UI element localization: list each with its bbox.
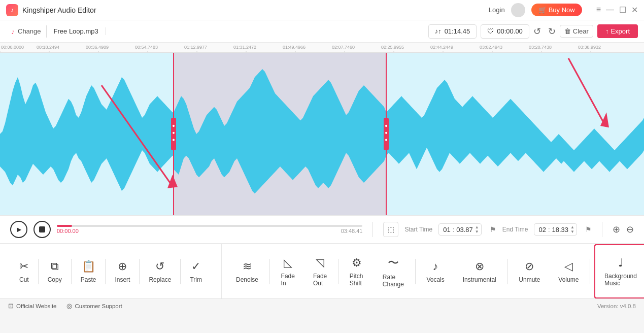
filename-label: Free Loop.mp3: [47, 27, 106, 35]
tick-10: 03:02.4943: [480, 45, 502, 50]
replace-label: Replace: [149, 276, 171, 283]
trim-icon: ✓: [191, 260, 200, 273]
clear-button[interactable]: 🗑 Clear: [560, 25, 593, 38]
end-time-box[interactable]: 02 : 18.33 ▲ ▼: [534, 223, 577, 236]
stop-button[interactable]: [33, 221, 51, 238]
undo-icon[interactable]: ↺: [533, 26, 541, 37]
instrumental-icon: ⊗: [475, 260, 484, 273]
denoise-label: Denoise: [236, 276, 258, 283]
paste-label: Paste: [81, 276, 96, 283]
denoise-effect[interactable]: ≋ Denoise: [227, 244, 267, 298]
close-button[interactable]: ✕: [631, 5, 638, 15]
play-icon: ▶: [17, 226, 21, 233]
duration-value: 01:14.45: [445, 27, 470, 35]
progress-bar[interactable]: 00:00.00 03:48.41: [57, 225, 362, 234]
customer-support-label: Customer Support: [75, 303, 122, 309]
export-button[interactable]: ↑ Export: [597, 24, 638, 38]
background-music-effect[interactable]: ♩ Background Music: [594, 244, 644, 298]
trash-icon: 🗑: [564, 27, 571, 35]
start-minutes: 01: [441, 226, 452, 234]
restore-button[interactable]: ☐: [619, 5, 626, 15]
start-time-stepper[interactable]: ▲ ▼: [475, 225, 479, 234]
unmute-effect[interactable]: ⊘ Unmute: [510, 244, 549, 298]
copy-tool[interactable]: ⧉ Copy: [39, 244, 71, 298]
tools-right-panel: ≋ Denoise ◺ Fade In ◹ Fade Out ⚙ Pitch S…: [222, 244, 644, 298]
titlebar: ♪ Kingshiper Audio Editor Login 🛒 Buy No…: [0, 0, 644, 20]
toolbar-icons: ↺ ↻: [533, 26, 556, 37]
fade-out-effect[interactable]: ◹ Fade Out: [304, 244, 336, 298]
position-value: 00:00.00: [497, 27, 523, 35]
playback-divider: [372, 222, 373, 237]
support-icon: ◎: [66, 302, 72, 310]
replace-tool[interactable]: ↺ Replace: [140, 244, 180, 298]
fade-in-label: Fade In: [281, 273, 295, 287]
statusbar: ⊡ Official Website ◎ Customer Support Ve…: [0, 298, 644, 313]
vocals-effect[interactable]: ♪ Vocals: [417, 244, 453, 298]
paste-tool[interactable]: 📋 Paste: [72, 244, 106, 298]
unmute-icon: ⊘: [525, 260, 534, 273]
copy-icon: ⧉: [51, 260, 59, 273]
official-website-link[interactable]: ⊡ Official Website: [8, 302, 56, 310]
start-time-box[interactable]: 01 : 03.87 ▲ ▼: [438, 223, 482, 236]
buy-now-button[interactable]: 🛒 Buy Now: [531, 4, 582, 16]
duration-display: ♪↑ 01:14.45: [428, 24, 477, 39]
position-display: 🛡 00:00.00: [481, 24, 529, 39]
tick-2: 00:36.4989: [86, 45, 109, 50]
trim-tool[interactable]: ✓ Trim: [181, 244, 211, 298]
cut-tool[interactable]: ✂ Cut: [10, 244, 38, 298]
effect-divider-2: [338, 259, 338, 284]
end-minutes: 02: [536, 226, 548, 234]
end-time-stepper[interactable]: ▲ ▼: [570, 225, 574, 234]
minimize-button[interactable]: —: [606, 5, 614, 15]
pitch-shift-label: Pitch Shift: [350, 273, 364, 287]
redo-icon[interactable]: ↻: [548, 26, 556, 37]
hamburger-icon[interactable]: ≡: [596, 5, 601, 15]
vocals-icon: ♪: [433, 260, 438, 273]
tick-5: 01:31.2472: [233, 45, 256, 50]
tick-8: 02:25.9955: [381, 45, 404, 50]
end-marker-icon[interactable]: ⚑: [585, 225, 592, 234]
tick-11: 03:20.7438: [529, 45, 552, 50]
rate-change-label: Rate Change: [383, 274, 404, 288]
avatar: [511, 3, 525, 17]
tick-9: 02:44.2449: [430, 45, 453, 50]
volume-effect[interactable]: ◁ Volume: [549, 244, 588, 298]
effect-divider-5: [590, 259, 590, 284]
effect-divider-3: [415, 259, 416, 284]
total-time: 03:48.41: [341, 228, 363, 234]
svg-point-24: [173, 139, 175, 141]
tick-4: 01:12.9977: [184, 45, 207, 50]
waveform-svg: [0, 53, 644, 215]
login-button[interactable]: Login: [489, 6, 505, 14]
pitch-shift-effect[interactable]: ⚙ Pitch Shift: [341, 244, 374, 298]
end-time-label: End Time: [502, 226, 528, 233]
waveform-container: 00:00.0000 00:18.2494 00:36.4989 00:54.7…: [0, 43, 644, 215]
instrumental-label: Instrumental: [463, 276, 496, 283]
selection-mode-button[interactable]: ⬚: [383, 222, 398, 237]
app-logo: ♪: [6, 4, 18, 16]
music-icon: ♪: [11, 27, 15, 36]
zoom-out-icon[interactable]: ⊖: [626, 224, 634, 235]
cart-icon: 🛒: [538, 6, 547, 14]
change-button[interactable]: ♪ Change: [6, 25, 47, 38]
website-icon: ⊡: [8, 302, 14, 310]
effect-divider-4: [507, 259, 508, 284]
insert-tool[interactable]: ⊕ Insert: [106, 244, 139, 298]
paste-icon: 📋: [82, 260, 95, 273]
pitch-shift-icon: ⚙: [352, 256, 362, 270]
play-button[interactable]: ▶: [10, 221, 27, 238]
start-marker-icon[interactable]: ⚑: [490, 225, 496, 234]
progress-track[interactable]: [57, 225, 362, 227]
fade-in-effect[interactable]: ◺ Fade In: [272, 244, 304, 298]
window-controls: ≡ — ☐ ✕: [596, 5, 638, 15]
current-time: 00:00.00: [57, 228, 79, 234]
progress-times: 00:00.00 03:48.41: [57, 228, 362, 234]
cut-label: Cut: [19, 276, 29, 283]
rate-change-effect[interactable]: 〜 Rate Change: [374, 244, 413, 298]
trim-label: Trim: [190, 276, 202, 283]
instrumental-effect[interactable]: ⊗ Instrumental: [454, 244, 505, 298]
tick-12: 03:38.9932: [578, 45, 601, 50]
zoom-in-icon[interactable]: ⊕: [613, 224, 620, 235]
waveform-area[interactable]: [0, 53, 644, 215]
customer-support-link[interactable]: ◎ Customer Support: [66, 302, 122, 310]
